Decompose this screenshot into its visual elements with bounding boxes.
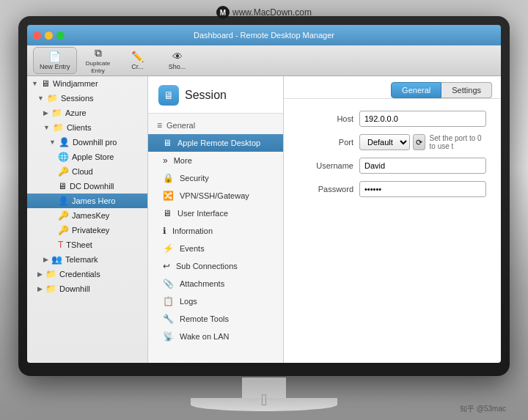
general-group-label: ≡ General: [148, 117, 283, 134]
list-icon: ≡: [157, 120, 162, 130]
more-icon: »: [163, 155, 168, 166]
sidebar: ▼ 🖥 Windjammer ▼ 📁 Sessions ▶ 📁 Azure: [27, 76, 148, 363]
host-row: Host: [298, 111, 486, 127]
main-content: ▼ 🖥 Windjammer ▼ 📁 Sessions ▶ 📁 Azure: [27, 76, 501, 363]
wake-on-lan-icon: 📡: [163, 331, 174, 342]
password-label: Password: [298, 185, 353, 194]
create-icon: ✏️: [131, 51, 144, 62]
security-icon: 🔒: [163, 173, 174, 183]
sidebar-item-downhill-pro[interactable]: ▼ 👤 Downhill pro: [27, 135, 147, 150]
password-row: Password: [298, 181, 486, 197]
james-hero-icon: 👤: [58, 196, 69, 206]
menu-item-logs[interactable]: 📋 Logs: [148, 292, 283, 310]
port-controls: Default ⟳ Set the port to 0 to use t: [359, 134, 486, 150]
username-input[interactable]: [359, 158, 486, 174]
tab-settings[interactable]: Settings: [441, 82, 492, 98]
menu-item-sub-connections[interactable]: ↩ Sub Connections: [148, 257, 283, 275]
port-reload-button[interactable]: ⟳: [413, 134, 425, 150]
sidebar-item-clients[interactable]: ▼ 📁 Clients: [27, 120, 147, 135]
sidebar-item-sessions[interactable]: ▼ 📁 Sessions: [27, 91, 147, 106]
password-input[interactable]: [359, 181, 486, 197]
windjammer-icon: 🖥: [41, 78, 50, 89]
credentials-icon: 📁: [45, 269, 56, 279]
host-label: Host: [298, 114, 353, 123]
port-hint: Set the port to 0 to use t: [430, 134, 486, 150]
remote-tools-icon: 🔧: [163, 314, 174, 324]
imac-frame: Dashboard - Remote Desktop Manager 📄 New…: [18, 16, 510, 376]
menu-item-attachments[interactable]: 📎 Attachments: [148, 275, 283, 292]
tsheet-icon: T: [58, 240, 63, 250]
show-icon: 👁: [172, 51, 183, 62]
username-label: Username: [298, 161, 353, 170]
sidebar-item-windjammer[interactable]: ▼ 🖥 Windjammer: [27, 76, 147, 91]
zhihu-watermark: 知乎 @53mac: [460, 404, 506, 414]
sidebar-item-privatekey[interactable]: 🔑 Privatekey: [27, 223, 147, 237]
title-bar: Dashboard - Remote Desktop Manager: [27, 25, 501, 45]
menu-item-apple-remote-desktop[interactable]: 🖥 Apple Remote Desktop: [148, 134, 283, 152]
port-row: Port Default ⟳ Set the port to 0 to use …: [298, 134, 486, 150]
sidebar-item-tsheet[interactable]: T TSheet: [27, 237, 147, 252]
maximize-button[interactable]: [56, 32, 65, 40]
middle-panel: 🖥 Session ≡ General 🖥 Apple Remote Deskt…: [148, 76, 284, 363]
sidebar-item-apple-store[interactable]: 🌐 Apple Store: [27, 150, 147, 164]
info-icon: ℹ: [163, 226, 166, 236]
session-icon: 🖥: [158, 85, 179, 106]
username-row: Username: [298, 158, 486, 174]
menu-section-general: ≡ General 🖥 Apple Remote Desktop » More: [148, 114, 283, 348]
host-input[interactable]: [359, 111, 486, 127]
duplicate-icon: ⧉: [95, 47, 102, 59]
telemark-icon: 👥: [51, 254, 62, 265]
watermark-bar: M www.MacDown.com: [216, 6, 312, 19]
sidebar-item-jameskey[interactable]: 🔑 JamesKey: [27, 208, 147, 223]
port-label: Port: [298, 138, 353, 147]
attachments-icon: 📎: [163, 279, 174, 289]
form-area: Host Port Default ⟳ Set the port to 0 to…: [284, 99, 501, 363]
jameskey-icon: 🔑: [58, 210, 69, 221]
traffic-lights: [33, 32, 65, 40]
imac-screen: Dashboard - Remote Desktop Manager 📄 New…: [27, 25, 501, 363]
show-button[interactable]: 👁 Sho...: [159, 48, 196, 73]
session-title: Session: [185, 89, 227, 102]
sidebar-item-credentials[interactable]: ▶ 📁 Credentials: [27, 267, 147, 281]
sessions-icon: 📁: [47, 93, 58, 103]
dc-downhill-icon: 🖥: [58, 181, 67, 191]
app-window: Dashboard - Remote Desktop Manager 📄 New…: [27, 25, 501, 363]
sub-connections-icon: ↩: [163, 261, 170, 271]
vpn-icon: 🔀: [163, 191, 174, 201]
ui-icon: 🖥: [163, 208, 172, 218]
menu-item-user-interface[interactable]: 🖥 User Interface: [148, 205, 283, 222]
session-header: 🖥 Session: [148, 76, 283, 114]
menu-item-information[interactable]: ℹ Information: [148, 222, 283, 240]
new-entry-button[interactable]: 📄 New Entry: [33, 47, 77, 74]
minimize-button[interactable]: [45, 32, 53, 40]
menu-item-security[interactable]: 🔒 Security: [148, 169, 283, 187]
tab-general[interactable]: General: [391, 82, 441, 98]
close-button[interactable]: [33, 32, 41, 40]
logs-icon: 📋: [163, 296, 174, 306]
create-button[interactable]: ✏️ Cr...: [120, 48, 156, 73]
sidebar-item-dc-downhill[interactable]: 🖥 DC Downhill: [27, 179, 147, 194]
sidebar-item-cloud[interactable]: 🔑 Cloud: [27, 164, 147, 179]
apple-store-icon: 🌐: [58, 152, 69, 162]
port-select[interactable]: Default: [359, 134, 410, 150]
sidebar-item-telemark[interactable]: ▶ 👥 Telemark: [27, 252, 147, 267]
menu-item-vpn-ssh[interactable]: 🔀 VPN/SSH/Gateway: [148, 187, 283, 205]
sidebar-item-james-hero[interactable]: 👤 James Hero: [27, 194, 147, 208]
toolbar: 📄 New Entry ⧉ DuplicateEntry ✏️ Cr... 👁 …: [27, 45, 501, 76]
m-icon: M: [216, 6, 230, 19]
menu-item-more[interactable]: » More: [148, 152, 283, 169]
downhill-icon: 📁: [45, 284, 56, 294]
menu-item-events[interactable]: ⚡ Events: [148, 240, 283, 257]
ard-icon: 🖥: [163, 138, 172, 148]
menu-item-wake-on-lan[interactable]: 📡 Wake on LAN: [148, 328, 283, 345]
new-entry-icon: 📄: [48, 51, 61, 62]
duplicate-entry-button[interactable]: ⧉ DuplicateEntry: [80, 44, 117, 77]
sidebar-item-downhill[interactable]: ▶ 📁 Downhill: [27, 281, 147, 296]
clients-icon: 📁: [53, 122, 64, 133]
apple-logo: : [261, 391, 267, 410]
right-panel: General Settings Host Port Default: [284, 76, 501, 363]
cloud-icon: 🔑: [58, 166, 69, 177]
sidebar-item-azure[interactable]: ▶ 📁 Azure: [27, 106, 147, 120]
menu-item-remote-tools[interactable]: 🔧 Remote Tools: [148, 310, 283, 328]
watermark-text: www.MacDown.com: [232, 7, 312, 18]
